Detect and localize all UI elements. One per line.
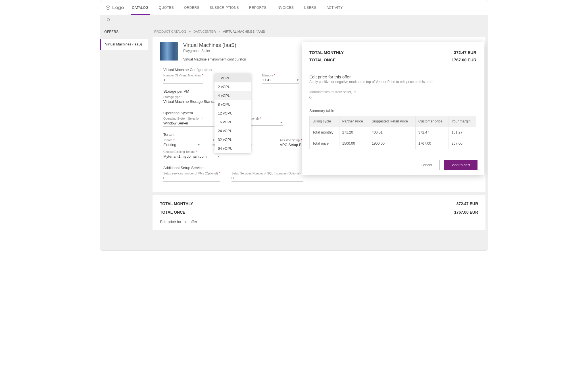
vcpu-dropdown[interactable]: 1 vCPU 2 vCPU 4 vCPU 8 vCPU 12 vCPU 16 v… bbox=[214, 74, 251, 153]
th-partner-price: Partner Price bbox=[339, 116, 369, 127]
tenant-select[interactable]: Existing▼ bbox=[163, 142, 200, 148]
vcpu-option[interactable]: 4 vCPU bbox=[214, 91, 251, 100]
product-image bbox=[160, 42, 178, 61]
cancel-button[interactable]: Cancel bbox=[413, 160, 440, 170]
vcpu-option[interactable]: 2 vCPU bbox=[214, 82, 251, 91]
chevron-down-icon: ▼ bbox=[217, 155, 220, 158]
pricing-panel: TOTAL MONTHLY 372.47 EUR TOTAL ONCE 1767… bbox=[302, 42, 484, 175]
total-monthly-value: 372.47 EUR bbox=[456, 201, 478, 206]
os-optional-select[interactable]: ▼ bbox=[246, 120, 283, 126]
total-once-value: 1767.00 EUR bbox=[454, 210, 478, 215]
setup-vm-input[interactable]: 0 bbox=[163, 175, 220, 182]
logo-text: Logo bbox=[112, 5, 124, 11]
nav-quotes[interactable]: QUOTES bbox=[158, 1, 175, 15]
breadcrumb-item[interactable]: DATA CENTER bbox=[193, 30, 216, 33]
add-to-cart-button[interactable]: Add to cart bbox=[444, 160, 478, 170]
field-label: Setup Services Number of SQL Instances (… bbox=[232, 172, 303, 175]
markup-input[interactable]: 0 bbox=[309, 94, 360, 101]
vcpu-option[interactable]: 12 vCPU bbox=[214, 109, 251, 118]
nav-activity[interactable]: ACTIVITY bbox=[325, 1, 344, 15]
panel-edit-title: Edit price for this offer bbox=[309, 74, 476, 79]
svg-line-1 bbox=[109, 20, 110, 21]
nav-users[interactable]: USERS bbox=[303, 1, 317, 15]
summary-table-label: Summary table bbox=[309, 109, 476, 113]
summary-table: Billing cycle Partner Price Suggested Re… bbox=[309, 116, 476, 149]
memory-select[interactable]: 1 GB▼ bbox=[262, 77, 299, 84]
field-label: Memory* bbox=[262, 74, 299, 77]
breadcrumb-item[interactable]: PRODUCT CATALOG bbox=[154, 30, 186, 33]
vcpu-option[interactable]: 32 vCPU bbox=[214, 135, 251, 144]
vcpu-option[interactable]: 24 vCPU bbox=[214, 126, 251, 135]
nav-invoices[interactable]: INVOICES bbox=[276, 1, 295, 15]
table-row: Total monthly 271.20 400.51 372.47 101.2… bbox=[310, 127, 476, 138]
field-label: Setup services number of VMs (Optional)* bbox=[163, 172, 220, 175]
search-icon[interactable] bbox=[107, 18, 111, 22]
th-billing-cycle: Billing cycle bbox=[310, 116, 339, 127]
nav-orders[interactable]: ORDERS bbox=[183, 1, 201, 15]
field-label: Tenant* bbox=[163, 138, 200, 142]
total-once-label: TOTAL ONCE bbox=[160, 210, 185, 215]
total-monthly-label: TOTAL MONTHLY bbox=[160, 201, 193, 206]
th-margin: Your margin bbox=[449, 116, 476, 127]
logo: Logo bbox=[105, 5, 124, 11]
product-title: Virtual Machines (IaaS) bbox=[183, 42, 246, 48]
product-vendor: Playground Seller bbox=[183, 49, 246, 53]
panel-total-monthly-label: TOTAL MONTHLY bbox=[309, 50, 344, 55]
top-bar: Logo CATALOG QUOTES ORDERS SUBSCRIPTIONS… bbox=[100, 0, 488, 15]
existing-tenant-select[interactable]: Mytenant1.mydomain.com▼ bbox=[163, 153, 220, 160]
chevron-down-icon: ▼ bbox=[296, 78, 299, 82]
panel-total-once-label: TOTAL ONCE bbox=[309, 58, 336, 62]
vcpu-option[interactable]: 1 vCPU bbox=[214, 74, 251, 82]
chevron-down-icon: ▼ bbox=[280, 121, 283, 124]
nav-reports[interactable]: REPORTS bbox=[248, 1, 268, 15]
sidebar: OFFERS Virtual Machines (IaaS) bbox=[100, 26, 148, 250]
nav-catalog[interactable]: CATALOG bbox=[131, 1, 150, 15]
vcpu-option[interactable]: 16 vCPU bbox=[214, 118, 251, 126]
breadcrumb: PRODUCT CATALOG » DATA CENTER » VIRTUAL … bbox=[148, 26, 488, 37]
chevron-down-icon: ▼ bbox=[197, 143, 200, 146]
num-vm-input[interactable]: 1 bbox=[163, 77, 203, 84]
nav-subscriptions[interactable]: SUBSCRIPTIONS bbox=[208, 1, 240, 15]
setup-sql-input[interactable]: 0 bbox=[232, 175, 303, 182]
field-label: Number Of Virtual Machines* bbox=[163, 74, 203, 77]
sidebar-title: OFFERS bbox=[100, 30, 148, 39]
vcpu-option[interactable]: 8 vCPU bbox=[214, 100, 251, 109]
panel-edit-hint: Apply positive or negative markup on top… bbox=[309, 80, 476, 84]
totals-card: TOTAL MONTHLY 372.47 EUR TOTAL ONCE 1767… bbox=[153, 195, 485, 230]
table-row: Total once 1500.00 1900.00 1767.00 267.0… bbox=[310, 138, 476, 149]
th-srp: Suggested Retail Price bbox=[369, 116, 415, 127]
product-description: Virtual Machine environment configuraton bbox=[183, 57, 246, 61]
svg-point-0 bbox=[107, 18, 110, 21]
th-customer-price: Customer price bbox=[415, 116, 449, 127]
field-label: Choose Existing Tenant* bbox=[163, 150, 220, 153]
markup-label: Markup/discount from seller, % bbox=[309, 90, 476, 94]
sidebar-item-vm-iaas[interactable]: Virtual Machines (IaaS) bbox=[100, 39, 148, 50]
panel-total-monthly-value: 372.47 EUR bbox=[454, 50, 476, 55]
field-label: (Optional)* bbox=[246, 117, 283, 120]
cube-icon bbox=[105, 5, 110, 10]
primary-nav: CATALOG QUOTES ORDERS SUBSCRIPTIONS REPO… bbox=[131, 1, 344, 15]
panel-total-once-value: 1767.00 EUR bbox=[452, 58, 476, 62]
search-row bbox=[100, 15, 488, 26]
vcpu-option[interactable]: 64 vCPU bbox=[214, 144, 251, 153]
breadcrumb-item: VIRTUAL MACHINES (IAAS) bbox=[223, 30, 265, 33]
edit-price-title: Edit price for this offer bbox=[160, 220, 478, 224]
